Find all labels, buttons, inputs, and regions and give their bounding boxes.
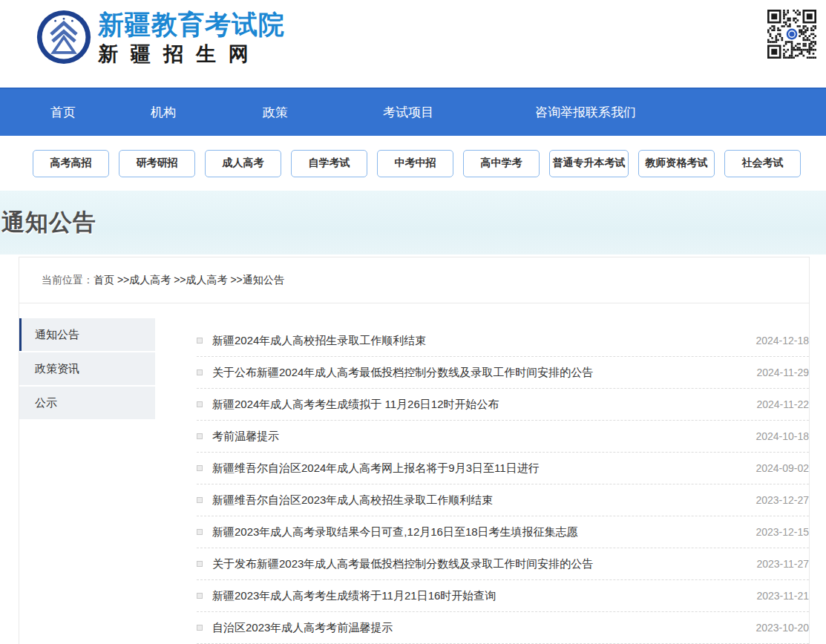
square-bullet-icon [197, 338, 203, 344]
notice-title[interactable]: 关于公布新疆2024年成人高考最低投档控制分数线及录取工作时间安排的公告 [212, 366, 741, 380]
section-banner: 通知公告 [0, 191, 826, 254]
notice-date: 2023-12-27 [755, 494, 809, 506]
notice-row[interactable]: 关于公布新疆2024年成人高考最低投档控制分数线及录取工作时间安排的公告 202… [197, 357, 809, 389]
site-brand[interactable]: 新疆教育考试院 新疆招生网 [36, 9, 285, 68]
notice-date: 2024-09-02 [755, 462, 809, 474]
notice-title[interactable]: 考前温馨提示 [212, 430, 741, 444]
notice-row[interactable]: 新疆2023年成人高考录取结果今日可查,12月16日至18日考生填报征集志愿 2… [197, 516, 809, 548]
exam-category-button[interactable]: 自学考试 [291, 150, 367, 177]
sidebar-item[interactable]: 政策资讯 [19, 352, 155, 385]
main-nav-item[interactable]: 机构 [151, 104, 176, 121]
notice-list: 新疆2024年成人高校招生录取工作顺利结束 2024-12-18 关于公布新疆2… [197, 325, 809, 644]
notice-row[interactable]: 关于发布新疆2023年成人高考最低投档控制分数线及录取工作时间安排的公告 202… [197, 548, 809, 580]
square-bullet-icon [197, 593, 203, 599]
notice-row[interactable]: 自治区2023年成人高考考前温馨提示 2023-10-20 [197, 612, 809, 644]
breadcrumb-label: 当前位置： [42, 274, 94, 287]
notice-row[interactable]: 新疆2024年成人高考考生成绩拟于 11月26日12时开始公布 2024-11-… [197, 389, 809, 421]
exam-category-button[interactable]: 高中学考 [463, 150, 540, 177]
notice-date: 2024-11-29 [756, 367, 809, 378]
exam-category-button[interactable]: 普通专升本考试 [549, 150, 629, 177]
institute-emblem-icon [36, 9, 92, 65]
notice-date: 2024-11-22 [756, 398, 809, 410]
qr-code-icon [767, 10, 816, 59]
breadcrumb-link[interactable]: 成人高考 [186, 274, 228, 286]
exam-category-button[interactable]: 中考中招 [377, 150, 453, 177]
square-bullet-icon [197, 401, 203, 407]
main-navigation: 首页 机构 政策 考试项目 咨询举报 联系我们 [0, 88, 826, 136]
square-bullet-icon [197, 529, 203, 535]
square-bullet-icon [197, 497, 203, 503]
notice-date: 2023-10-20 [755, 622, 809, 634]
breadcrumb-separator: >> [230, 274, 242, 286]
category-sidebar: 通知公告 政策资讯 公示 [19, 318, 155, 644]
notice-title[interactable]: 新疆维吾尔自治区2023年成人高校招生录取工作顺利结束 [212, 493, 741, 507]
square-bullet-icon [197, 465, 203, 471]
breadcrumb-link[interactable]: 首页 [94, 274, 114, 286]
breadcrumb-separator: >> [174, 274, 186, 286]
exam-category-button[interactable]: 高考高招 [33, 150, 109, 177]
notice-title[interactable]: 新疆维吾尔自治区2024年成人高考网上报名将于9月3日至11日进行 [212, 461, 741, 476]
notice-title[interactable]: 新疆2023年成人高考录取结果今日可查,12月16日至18日考生填报征集志愿 [212, 525, 741, 539]
notice-row[interactable]: 新疆2023年成人高考考生成绩将于11月21日16时开始查询 2023-11-2… [197, 580, 809, 612]
square-bullet-icon [197, 433, 203, 439]
notice-title[interactable]: 关于发布新疆2023年成人高考最低投档控制分数线及录取工作时间安排的公告 [212, 557, 741, 571]
notice-title[interactable]: 新疆2023年成人高考考生成绩将于11月21日16时开始查询 [212, 589, 741, 603]
notice-title[interactable]: 自治区2023年成人高考考前温馨提示 [212, 621, 741, 635]
exam-category-button[interactable]: 研考研招 [119, 150, 195, 177]
sidebar-item[interactable]: 通知公告 [19, 318, 155, 351]
brand-text: 新疆教育考试院 新疆招生网 [98, 9, 285, 68]
main-nav-item[interactable]: 政策 [263, 104, 288, 121]
notice-title[interactable]: 新疆2024年成人高考考生成绩拟于 11月26日12时开始公布 [212, 398, 741, 412]
notice-title[interactable]: 新疆2024年成人高校招生录取工作顺利结束 [212, 334, 741, 348]
site-subtitle: 新疆招生网 [98, 41, 285, 68]
site-title: 新疆教育考试院 [98, 10, 285, 39]
notice-date: 2023-11-21 [756, 590, 809, 602]
section-banner-title: 通知公告 [0, 207, 96, 238]
site-header: 新疆教育考试院 新疆招生网 [0, 0, 826, 88]
breadcrumb-trail: 首页 >>成人高考 >>成人高考 >>通知公告 [94, 274, 284, 287]
square-bullet-icon [197, 625, 203, 631]
main-nav-item[interactable]: 联系我们 [586, 104, 636, 121]
breadcrumb-link[interactable]: 成人高考 [129, 274, 171, 286]
main-nav-item[interactable]: 考试项目 [383, 104, 433, 121]
panel-body: 通知公告 政策资讯 公示 新疆2024年成人高校招生录取工作顺利结束 2024-… [19, 303, 809, 644]
notice-row[interactable]: 新疆2024年成人高校招生录取工作顺利结束 2024-12-18 [197, 325, 809, 357]
notice-date: 2023-11-27 [756, 558, 809, 570]
content-panel: 当前位置： 首页 >>成人高考 >>成人高考 >>通知公告 通知公告 政策资讯 … [19, 257, 810, 644]
main-nav-item[interactable]: 咨询举报 [535, 104, 586, 121]
exam-category-button[interactable]: 社会考试 [724, 150, 801, 177]
square-bullet-icon [197, 561, 203, 567]
exam-category-bar: 高考高招 研考研招 成人高考 自学考试 中考中招 高中学考 普通专升本考试 教师… [0, 136, 826, 191]
notice-row[interactable]: 新疆维吾尔自治区2023年成人高校招生录取工作顺利结束 2023-12-27 [197, 484, 809, 516]
breadcrumb: 当前位置： 首页 >>成人高考 >>成人高考 >>通知公告 [19, 257, 809, 303]
notice-row[interactable]: 考前温馨提示 2024-10-18 [197, 421, 809, 453]
breadcrumb-link[interactable]: 通知公告 [243, 274, 284, 286]
sidebar-item[interactable]: 公示 [19, 387, 155, 419]
notice-row[interactable]: 新疆维吾尔自治区2024年成人高考网上报名将于9月3日至11日进行 2024-0… [197, 453, 809, 484]
main-nav-item[interactable]: 首页 [50, 104, 76, 121]
notice-date: 2024-10-18 [755, 430, 809, 442]
notice-date: 2024-12-18 [755, 335, 809, 346]
square-bullet-icon [197, 369, 203, 375]
exam-category-button[interactable]: 成人高考 [205, 150, 281, 177]
breadcrumb-separator: >> [117, 274, 129, 286]
notice-date: 2023-12-15 [755, 526, 809, 538]
exam-category-button[interactable]: 教师资格考试 [638, 150, 715, 177]
